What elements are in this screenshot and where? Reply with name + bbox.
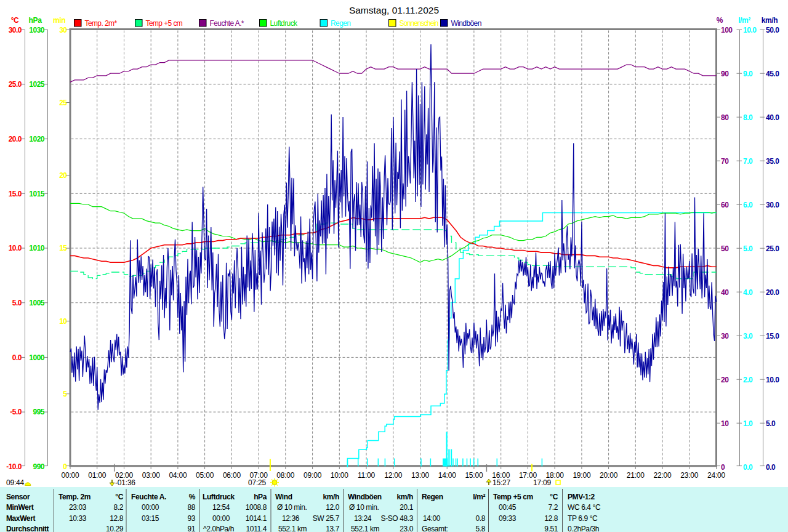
svg-text:30: 30 bbox=[59, 26, 67, 34]
svg-text:50.0: 50.0 bbox=[766, 26, 779, 34]
svg-text:23:00: 23:00 bbox=[680, 471, 699, 480]
svg-text:13:00: 13:00 bbox=[411, 471, 430, 480]
svg-text:°C: °C bbox=[550, 493, 558, 501]
svg-text:1025: 1025 bbox=[29, 80, 45, 89]
svg-text:Luftdruck: Luftdruck bbox=[270, 19, 299, 28]
svg-text:Gesamt:: Gesamt: bbox=[422, 525, 448, 532]
svg-text:12.8: 12.8 bbox=[110, 514, 123, 523]
svg-text:0.0: 0.0 bbox=[766, 463, 776, 472]
svg-text:Regen: Regen bbox=[422, 493, 443, 501]
svg-text:0.8: 0.8 bbox=[476, 514, 486, 523]
svg-text:Luftdruck: Luftdruck bbox=[203, 493, 235, 501]
svg-text:05:00: 05:00 bbox=[196, 471, 214, 480]
svg-text:08:00: 08:00 bbox=[276, 471, 295, 480]
svg-text:40.0: 40.0 bbox=[766, 113, 779, 122]
svg-text:15.0: 15.0 bbox=[766, 332, 779, 341]
svg-text:°C: °C bbox=[115, 493, 123, 501]
svg-text:1005: 1005 bbox=[29, 299, 45, 307]
svg-text:93: 93 bbox=[187, 514, 195, 523]
svg-text:Samstag, 01.11.2025: Samstag, 01.11.2025 bbox=[349, 5, 439, 15]
svg-text:min: min bbox=[53, 16, 65, 25]
svg-text:hPa: hPa bbox=[254, 493, 267, 501]
svg-text:23:03: 23:03 bbox=[69, 503, 87, 512]
svg-text:7.2: 7.2 bbox=[549, 503, 558, 512]
svg-text:00:45: 00:45 bbox=[499, 503, 517, 512]
svg-text:10.0: 10.0 bbox=[766, 376, 779, 384]
svg-text:23.0: 23.0 bbox=[400, 525, 413, 532]
svg-text:Sensor: Sensor bbox=[6, 493, 30, 501]
svg-text:Feuchte A.: Feuchte A. bbox=[131, 493, 166, 501]
svg-text:6.0: 6.0 bbox=[743, 201, 753, 209]
svg-text:1030: 1030 bbox=[29, 26, 45, 34]
svg-text:0: 0 bbox=[63, 462, 67, 471]
svg-text:Temp. 2m: Temp. 2m bbox=[58, 493, 90, 501]
svg-text:90: 90 bbox=[721, 70, 729, 78]
svg-text:552.1 km: 552.1 km bbox=[278, 525, 307, 532]
svg-text:%: % bbox=[189, 493, 196, 501]
svg-text:10.0: 10.0 bbox=[743, 26, 757, 34]
svg-text:07:25: 07:25 bbox=[248, 478, 267, 487]
svg-text:Temp. 2m*: Temp. 2m* bbox=[85, 19, 118, 28]
svg-text:3.0: 3.0 bbox=[743, 332, 753, 341]
svg-text:TP 6.9 °C: TP 6.9 °C bbox=[568, 514, 598, 523]
svg-text:00:00: 00:00 bbox=[61, 471, 79, 480]
svg-text:15:27: 15:27 bbox=[492, 478, 511, 487]
svg-text:22:00: 22:00 bbox=[653, 471, 672, 480]
svg-text:06:00: 06:00 bbox=[223, 471, 241, 480]
svg-text:09:33: 09:33 bbox=[499, 514, 517, 523]
svg-text:MaxWert: MaxWert bbox=[6, 514, 35, 523]
svg-text:1014.1: 1014.1 bbox=[246, 514, 267, 523]
svg-text:l/m²: l/m² bbox=[738, 16, 750, 25]
svg-text:°C: °C bbox=[11, 16, 19, 25]
svg-text:5.8: 5.8 bbox=[476, 525, 486, 532]
svg-text:25: 25 bbox=[59, 99, 67, 107]
svg-text:88: 88 bbox=[187, 503, 195, 512]
svg-text:Ø 10 min.: Ø 10 min. bbox=[349, 503, 379, 512]
svg-text:S-SO 48.3: S-SO 48.3 bbox=[381, 514, 414, 523]
svg-text:10.0: 10.0 bbox=[9, 244, 22, 252]
svg-text:00:00: 00:00 bbox=[142, 503, 159, 512]
svg-text:13.7: 13.7 bbox=[326, 525, 339, 532]
svg-text:20: 20 bbox=[59, 171, 67, 180]
svg-text:10: 10 bbox=[59, 317, 67, 326]
svg-text:80: 80 bbox=[721, 113, 729, 122]
svg-text:8.2: 8.2 bbox=[114, 503, 124, 512]
svg-text:km/h: km/h bbox=[762, 16, 778, 25]
svg-text:25.0: 25.0 bbox=[9, 80, 22, 89]
svg-text:Windböen: Windböen bbox=[451, 19, 481, 28]
svg-text:15: 15 bbox=[59, 244, 67, 252]
svg-text:20.1: 20.1 bbox=[400, 503, 413, 512]
svg-text:995: 995 bbox=[33, 408, 44, 416]
svg-text:35.0: 35.0 bbox=[766, 157, 779, 166]
svg-text:0.2hPa/3h: 0.2hPa/3h bbox=[568, 525, 599, 532]
svg-text:20:00: 20:00 bbox=[600, 471, 618, 480]
svg-text:%: % bbox=[717, 16, 723, 25]
svg-text:WC 6.4 °C: WC 6.4 °C bbox=[568, 503, 601, 512]
svg-text:7.0: 7.0 bbox=[743, 157, 753, 166]
svg-text:30.0: 30.0 bbox=[766, 201, 779, 209]
svg-text:5.0: 5.0 bbox=[766, 419, 776, 428]
svg-text:12:54: 12:54 bbox=[212, 503, 230, 512]
svg-text:12.0: 12.0 bbox=[326, 503, 339, 512]
svg-text:552.1 km: 552.1 km bbox=[351, 525, 380, 532]
svg-text:12.8: 12.8 bbox=[544, 514, 558, 523]
svg-text:00:00: 00:00 bbox=[212, 514, 230, 523]
svg-text:0.0: 0.0 bbox=[743, 463, 753, 472]
svg-text:4.0: 4.0 bbox=[743, 288, 753, 297]
svg-text:-01:36: -01:36 bbox=[115, 478, 135, 487]
svg-text:PMV-1:2: PMV-1:2 bbox=[568, 493, 595, 501]
svg-text:1011.4: 1011.4 bbox=[246, 525, 267, 532]
svg-text:l/m²: l/m² bbox=[473, 493, 485, 501]
svg-text:Temp +5 cm: Temp +5 cm bbox=[493, 493, 533, 501]
svg-text:0.0: 0.0 bbox=[12, 353, 22, 362]
svg-text:km/h: km/h bbox=[397, 493, 413, 501]
svg-text:10:33: 10:33 bbox=[69, 514, 87, 523]
svg-text:9.51: 9.51 bbox=[544, 525, 558, 532]
svg-text:03:15: 03:15 bbox=[142, 514, 159, 523]
svg-text:km/h: km/h bbox=[323, 493, 339, 501]
svg-text:12:36: 12:36 bbox=[282, 514, 300, 523]
svg-text:15:00: 15:00 bbox=[465, 471, 483, 480]
svg-text:13:24: 13:24 bbox=[354, 514, 372, 523]
svg-text:1000: 1000 bbox=[29, 353, 45, 362]
svg-text:21:00: 21:00 bbox=[627, 471, 645, 480]
